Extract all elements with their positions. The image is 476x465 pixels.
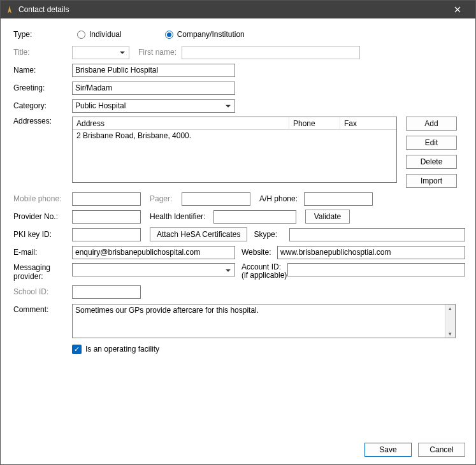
close-button[interactable] (445, 1, 470, 18)
greeting-label: Greeting: (13, 83, 72, 92)
category-select[interactable]: Public Hospital (72, 99, 235, 113)
addresses-table[interactable]: Address Phone Fax 2 Brisbane Road, Brisb… (72, 117, 397, 183)
import-button[interactable]: Import (406, 174, 457, 188)
msgprovider-select[interactable] (72, 263, 235, 276)
comment-scrollbar[interactable]: ▴ ▾ (445, 304, 455, 338)
operating-checkbox[interactable]: ✓ Is an operating facility (72, 345, 159, 354)
school-label: School ID: (13, 287, 72, 296)
category-label: Category: (13, 101, 72, 110)
window-title: Contact details (18, 5, 445, 14)
addresses-label: Addresses: (13, 117, 72, 125)
msgprovider-label: Messaging provider: (13, 263, 72, 281)
pki-input[interactable] (72, 228, 141, 241)
fax-col-header: Fax (340, 117, 396, 129)
healthid-label: Health Identifier: (150, 212, 213, 221)
name-label: Name: (13, 66, 72, 75)
address-cell: 2 Brisbane Road, Brisbane, 4000. (76, 131, 191, 140)
scroll-up-icon[interactable]: ▴ (445, 304, 455, 312)
mobile-label: Mobile phone: (13, 194, 72, 203)
address-row[interactable]: 2 Brisbane Road, Brisbane, 4000. (73, 130, 396, 141)
radio-individual-label: Individual (89, 30, 122, 39)
skype-label: Skype: (254, 230, 289, 239)
provider-input[interactable] (72, 210, 141, 224)
delete-button[interactable]: Delete (406, 155, 457, 169)
account-label: Account ID: (if applicable) (242, 263, 287, 280)
pager-label: Pager: (150, 194, 182, 203)
title-select (72, 46, 129, 59)
website-label: Website: (242, 248, 277, 257)
edit-button[interactable]: Edit (406, 136, 457, 150)
ahphone-label: A/H phone: (259, 194, 304, 203)
skype-input[interactable] (289, 228, 465, 241)
ahphone-input[interactable] (304, 192, 373, 206)
type-label: Type: (13, 30, 72, 39)
email-input[interactable] (72, 246, 235, 259)
radio-company[interactable]: Company/Institution (165, 30, 245, 39)
comment-textarea[interactable]: Sometimes our GPs provide aftercare for … (72, 304, 456, 338)
healthid-input[interactable] (213, 210, 296, 224)
radio-company-label: Company/Institution (177, 30, 245, 39)
firstname-input (182, 46, 360, 59)
greeting-input[interactable] (72, 82, 235, 95)
add-button[interactable]: Add (406, 117, 457, 131)
radio-individual[interactable]: Individual (77, 30, 122, 39)
scroll-down-icon[interactable]: ▾ (445, 330, 455, 338)
title-bar: Contact details (1, 1, 475, 18)
website-input[interactable] (277, 246, 465, 259)
address-col-header: Address (73, 117, 289, 129)
comment-text: Sometimes our GPs provide aftercare for … (73, 304, 455, 316)
validate-button[interactable]: Validate (305, 210, 350, 224)
pager-input[interactable] (182, 192, 250, 206)
name-input[interactable] (72, 64, 235, 77)
account-input[interactable] (287, 263, 465, 276)
app-icon (4, 4, 15, 15)
mobile-input[interactable] (72, 192, 141, 206)
attach-hesa-button[interactable]: Attach HeSA Certificates (150, 227, 247, 241)
firstname-label: First name: (138, 48, 177, 57)
provider-label: Provider No.: (13, 212, 72, 221)
check-icon: ✓ (72, 345, 82, 354)
school-input[interactable] (72, 285, 141, 299)
category-value: Public Hospital (75, 101, 126, 110)
title-label: Title: (13, 48, 72, 57)
pki-label: PKI key ID: (13, 230, 72, 239)
comment-label: Comment: (13, 305, 72, 314)
cancel-button[interactable]: Cancel (418, 443, 465, 457)
operating-label: Is an operating facility (85, 345, 159, 354)
email-label: E-mail: (13, 248, 72, 257)
phone-col-header: Phone (289, 117, 340, 129)
save-button[interactable]: Save (364, 443, 412, 457)
